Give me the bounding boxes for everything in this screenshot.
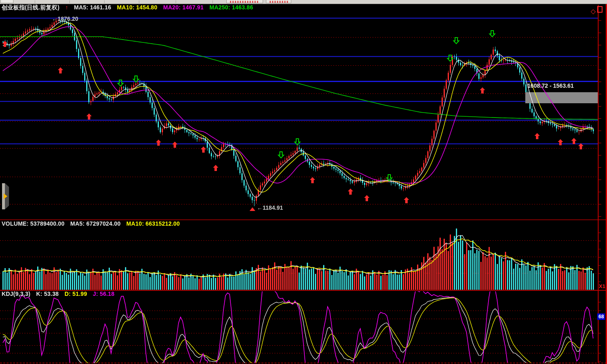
pane-scale-button[interactable]: X1 (599, 283, 605, 289)
period-low-label: ←1184.91 (257, 204, 283, 211)
symbol-title: 创业板指(日线.前复权) (2, 4, 60, 11)
toolbar-separator (176, 0, 176, 3)
kdj-level-badge: 68 (597, 313, 605, 320)
ma20-value: MA20: 1467.91 (163, 4, 203, 11)
expand-arrow-icon (4, 193, 7, 199)
ma5-value: MA5: 1461.16 (74, 4, 111, 11)
top-toolbar[interactable] (0, 0, 607, 4)
chart-canvas[interactable] (0, 0, 607, 364)
header-icons: ◇ (591, 6, 605, 15)
main-chart-header: 创业板指(日线.前复权) ↑ MA5: 1461.16 MA10: 1454.8… (2, 4, 257, 11)
volume-header: VOLUME: 53789400.00 MA5: 67297024.00 MA1… (2, 220, 184, 227)
kdj-indicator-label: KDJ(9,3,3) (2, 291, 30, 297)
trend-up-icon: ↑ (65, 4, 68, 11)
toolbar-button-label-clipped (230, 1, 259, 3)
toolbar-separator (212, 0, 213, 3)
toolbar-separator (35, 0, 35, 3)
kdj-d-value: D: 51.99 (65, 291, 87, 297)
period-high-label: ←1876.20 (52, 16, 78, 22)
ma10-value: MA10: 1454.80 (117, 4, 157, 11)
toolbar-separator (69, 0, 70, 3)
toolbar-button-label-clipped (270, 1, 288, 3)
volume-ma10-value: MA10: 66315212.00 (126, 220, 180, 227)
diamond-icon[interactable]: ◇ (591, 8, 596, 15)
maximize-icon[interactable] (597, 6, 603, 13)
toolbar-button[interactable] (0, 0, 13, 3)
gap-range-label: 1608.72 - 1563.61 (527, 82, 574, 89)
toolbar-button[interactable] (266, 0, 291, 3)
volume-value: VOLUME: 53789400.00 (2, 220, 65, 227)
ma250-value: MA250: 1463.86 (210, 4, 253, 11)
toolbar-separator (104, 0, 105, 3)
kdj-k-value: K: 53.38 (36, 291, 59, 297)
toolbar-button[interactable] (226, 0, 263, 3)
kdj-header: KDJ(9,3,3) K: 53.38 D: 51.99 J: 56.18 (2, 291, 118, 297)
trading-app-window: 创业板指(日线.前复权) ↑ MA5: 1461.16 MA10: 1454.8… (0, 0, 607, 364)
volume-ma5-value: MA5: 67297024.00 (70, 220, 121, 227)
toolbar-separator (139, 0, 139, 3)
panel-expand-tab[interactable] (0, 183, 9, 209)
kdj-j-value: J: 56.18 (93, 291, 114, 297)
